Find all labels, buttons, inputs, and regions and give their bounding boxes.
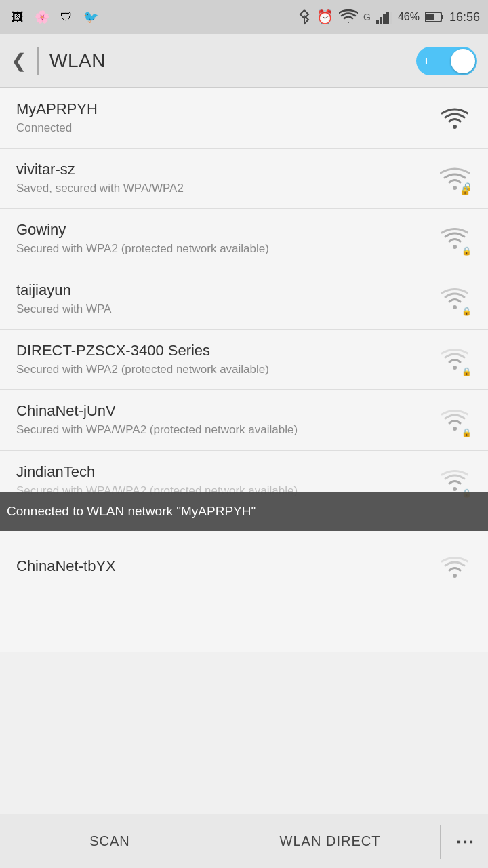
wifi-status-icon — [339, 9, 358, 24]
wifi-signal-icon: 🔒 — [438, 342, 472, 376]
wifi-signal-icon: 🔒 🔒 — [438, 161, 472, 195]
divider — [37, 47, 39, 75]
network-name: JindianTech — [16, 463, 438, 481]
network-item-chinanet-tbyx[interactable]: ChinaNet-tbYX — [0, 538, 488, 597]
network-name: Gowiny — [16, 221, 438, 239]
network-info: Gowiny Secured with WPA2 (protected netw… — [16, 221, 438, 256]
bottom-bar: SCAN WLAN DIRECT ⋮ — [0, 814, 488, 868]
svg-rect-0 — [376, 20, 379, 24]
bluetooth-icon — [298, 9, 311, 25]
network-item-gowiny[interactable]: Gowiny Secured with WPA2 (protected netw… — [0, 209, 488, 269]
battery-text: 46% — [398, 11, 420, 23]
network-name: DIRECT-PZSCX-3400 Series — [16, 342, 438, 359]
wifi-signal-icon: 🔒 — [438, 222, 472, 256]
network-status: Secured with WPA2 (protected network ava… — [16, 362, 438, 377]
network-item-vivitar[interactable]: vivitar-sz Saved, secured with WPA/WPA2 … — [0, 149, 488, 209]
signal-icon: G — [363, 12, 371, 22]
svg-rect-7 — [426, 14, 434, 20]
toast-notification: Connected to WLAN network "MyAPRPYH" — [0, 492, 488, 531]
app-icon-1: 🌸 — [33, 7, 52, 26]
wifi-signal-icon: 🔒 — [438, 282, 472, 316]
more-options-button[interactable]: ⋮ — [441, 814, 488, 868]
alarm-icon: ⏰ — [317, 9, 333, 25]
network-status: Saved, secured with WPA/WPA2 — [16, 181, 438, 196]
network-info: vivitar-sz Saved, secured with WPA/WPA2 — [16, 161, 438, 196]
svg-rect-2 — [383, 14, 386, 24]
photo-icon: 🖼 — [8, 7, 27, 26]
scan-button[interactable]: SCAN — [0, 814, 220, 868]
network-info: taijiayun Secured with WPA — [16, 281, 438, 317]
network-status: Secured with WPA — [16, 302, 438, 317]
svg-rect-3 — [386, 12, 389, 24]
network-info: DIRECT-PZSCX-3400 Series Secured with WP… — [16, 342, 438, 377]
status-bar: 🖼 🌸 🛡 🐦 ⏰ G 46% 16:56 — [0, 0, 488, 34]
svg-point-13 — [453, 366, 457, 370]
svg-rect-6 — [441, 15, 443, 19]
app-icon-2: 🐦 — [81, 7, 100, 26]
network-name: vivitar-sz — [16, 161, 438, 178]
svg-point-11 — [453, 245, 457, 249]
svg-point-8 — [453, 125, 457, 129]
status-left-icons: 🖼 🌸 🛡 🐦 — [8, 7, 100, 26]
svg-point-12 — [453, 305, 457, 309]
top-bar: ❮ WLAN I — [0, 34, 488, 88]
network-name: ChinaNet-tbYX — [16, 557, 438, 575]
svg-rect-4 — [390, 12, 392, 24]
network-name: MyAPRPYH — [16, 100, 438, 118]
status-right-icons: ⏰ G 46% 16:56 — [298, 9, 480, 25]
network-name: ChinaNet-jUnV — [16, 402, 438, 420]
network-status: Connected — [16, 121, 438, 136]
network-info: ChinaNet-jUnV Secured with WPA/WPA2 (pro… — [16, 402, 438, 437]
page-title: WLAN — [49, 50, 106, 72]
network-list: MyAPRPYH Connected vivitar-sz Saved, sec… — [0, 88, 488, 652]
signal-bars-icon — [376, 10, 392, 24]
wifi-signal-icon — [438, 551, 472, 585]
network-item-taijiayun[interactable]: taijiayun Secured with WPA 🔒 — [0, 269, 488, 330]
battery-icon — [425, 11, 444, 23]
network-info: ChinaNet-tbYX — [16, 557, 438, 578]
wlan-direct-button[interactable]: WLAN DIRECT — [220, 814, 440, 868]
network-status: Secured with WPA2 (protected network ava… — [16, 241, 438, 256]
network-status: Secured with WPA/WPA2 (protected network… — [16, 422, 438, 437]
wifi-signal-icon: 🔒 — [438, 403, 472, 437]
network-item-chinanet-junv[interactable]: ChinaNet-jUnV Secured with WPA/WPA2 (pro… — [0, 390, 488, 450]
wlan-toggle[interactable]: I — [416, 47, 477, 75]
back-button[interactable]: ❮ — [11, 50, 26, 72]
svg-point-14 — [453, 427, 457, 431]
toggle-knob — [451, 49, 475, 73]
network-item-jindiantech[interactable]: JindianTech Secured with WPA/WPA2 (prote… — [0, 451, 488, 511]
network-item-myaprpyh[interactable]: MyAPRPYH Connected — [0, 88, 488, 149]
network-item-direct-pzscx[interactable]: DIRECT-PZSCX-3400 Series Secured with WP… — [0, 330, 488, 390]
more-options-icon: ⋮ — [454, 833, 475, 850]
time: 16:56 — [449, 10, 480, 24]
svg-rect-1 — [380, 17, 382, 24]
svg-point-15 — [453, 487, 457, 491]
shield-icon: 🛡 — [57, 7, 76, 26]
svg-point-16 — [453, 574, 457, 578]
toggle-label: I — [425, 56, 428, 66]
network-name: taijiayun — [16, 281, 438, 299]
top-bar-left: ❮ WLAN — [11, 47, 106, 75]
svg-point-9 — [453, 186, 457, 190]
network-info: MyAPRPYH Connected — [16, 100, 438, 136]
wifi-signal-icon — [438, 101, 472, 135]
